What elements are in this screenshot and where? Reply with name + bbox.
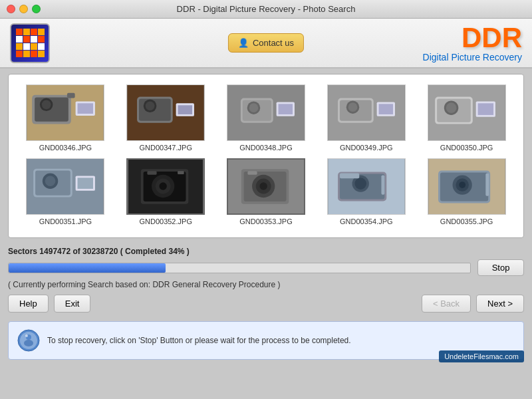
photo-thumb-8 [227, 158, 305, 215]
logo-icon [10, 23, 50, 63]
exit-button[interactable]: Exit [54, 295, 91, 313]
svg-point-70 [459, 182, 466, 188]
photo-label-8: GND00353.JPG [239, 217, 292, 225]
svg-point-48 [160, 182, 167, 190]
photo-thumb-9 [327, 158, 406, 215]
help-button[interactable]: Help [8, 295, 49, 313]
photo-label-7: GND00352.JPG [139, 217, 192, 225]
svg-rect-50 [178, 171, 184, 174]
svg-point-4 [42, 100, 51, 109]
svg-point-12 [146, 101, 155, 110]
svg-rect-64 [381, 175, 384, 194]
photo-item-5: GND00350.JPG [420, 84, 513, 152]
photo-label-2: GND00347.JPG [139, 144, 192, 152]
photo-label-4: GND00349.JPG [340, 144, 392, 152]
photo-label-10: GND00355.JPG [440, 217, 493, 225]
window-title: DDR - Digital Picture Recovery - Photo S… [177, 4, 356, 14]
progress-row: Stop [8, 259, 524, 276]
close-button[interactable] [7, 5, 15, 13]
svg-point-26 [348, 102, 357, 112]
svg-point-33 [446, 102, 456, 113]
progress-bar-fill [9, 263, 166, 273]
navigation-button-row: Help Exit < Back Next > [8, 295, 524, 313]
svg-rect-6 [78, 103, 93, 114]
contact-label: Contact us [253, 38, 294, 48]
watermark: UndeleteFilesmac.com [439, 350, 524, 362]
photo-item-1: GND00346.JPG [19, 84, 112, 152]
progress-bar-container [8, 263, 471, 273]
photo-thumb-10 [428, 158, 506, 215]
photo-thumb-3 [227, 84, 305, 141]
svg-rect-35 [477, 103, 493, 115]
search-info-text: ( Currently performing Search based on: … [8, 280, 524, 289]
photo-item-7: GND00352.JPG [119, 158, 213, 225]
photo-thumb-4 [327, 84, 406, 141]
photo-item-4: GND00349.JPG [319, 84, 413, 152]
photo-thumb-2 [126, 84, 205, 141]
header: 👤 Contact us DDR Digital Picture Recover… [0, 19, 532, 68]
photo-item-9: GND00354.JPG [319, 158, 413, 225]
svg-rect-42 [78, 178, 93, 189]
minimize-button[interactable] [19, 5, 28, 13]
svg-rect-57 [247, 171, 257, 175]
svg-point-76 [25, 334, 28, 337]
photo-label-6: GND00351.JPG [39, 217, 92, 225]
svg-rect-63 [340, 173, 359, 178]
photo-label-3: GND00348.JPG [239, 144, 292, 152]
next-button[interactable]: Next > [476, 295, 524, 313]
main-content: GND00346.JPG GND00347.JPG [0, 68, 532, 368]
svg-point-62 [354, 178, 366, 190]
svg-point-74 [24, 340, 33, 346]
photo-thumb-5 [428, 84, 506, 141]
photo-item-6: GND00351.JPG [19, 158, 112, 225]
svg-point-19 [249, 103, 259, 112]
photo-label-9: GND00354.JPG [340, 217, 392, 225]
back-button[interactable]: < Back [422, 295, 471, 313]
photo-item-2: GND00347.JPG [119, 84, 213, 152]
contact-button[interactable]: 👤 Contact us [228, 33, 304, 53]
brand-area: DDR Digital Picture Recovery [423, 24, 522, 63]
photo-item-3: GND00348.JPG [219, 84, 313, 152]
photo-container: GND00346.JPG GND00347.JPG [8, 74, 524, 238]
svg-rect-7 [67, 93, 75, 98]
info-icon [17, 329, 41, 352]
contact-icon: 👤 [238, 38, 249, 48]
svg-rect-21 [279, 104, 293, 114]
photo-thumb-1 [26, 84, 104, 141]
info-message-text: To stop recovery, click on 'Stop' Button… [47, 336, 351, 345]
svg-rect-28 [378, 104, 392, 114]
progress-section: Sectors 1497472 of 30238720 ( Completed … [8, 243, 524, 316]
svg-rect-49 [148, 171, 157, 175]
svg-rect-71 [485, 173, 489, 196]
svg-point-56 [259, 182, 267, 190]
maximize-button[interactable] [32, 5, 41, 13]
photo-label-1: GND00346.JPG [39, 144, 92, 152]
title-bar: DDR - Digital Picture Recovery - Photo S… [0, 0, 532, 19]
stop-button[interactable]: Stop [477, 259, 524, 276]
progress-status-text: Sectors 1497472 of 30238720 ( Completed … [8, 247, 524, 256]
photo-thumb-7 [126, 158, 205, 215]
photo-item-8: GND00353.JPG [219, 158, 313, 225]
photo-label-5: GND00350.JPG [440, 144, 493, 152]
brand-subtitle: Digital Picture Recovery [423, 52, 522, 63]
window-controls[interactable] [7, 5, 41, 13]
photo-grid: GND00346.JPG GND00347.JPG [19, 84, 513, 225]
svg-rect-14 [178, 105, 192, 114]
svg-point-40 [45, 176, 56, 186]
photo-item-10: GND00355.JPG [420, 158, 513, 225]
photo-thumb-6 [26, 158, 104, 215]
brand-name: DDR [423, 24, 522, 52]
